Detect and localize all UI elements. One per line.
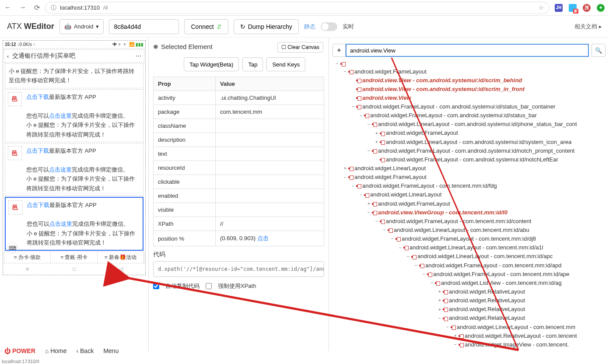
node-label: android.widget.FrameLayout - com.tencent…: [385, 217, 531, 226]
tree-node[interactable]: −android.widget.LinearLayout: [332, 190, 606, 199]
star-icon[interactable]: ☆: [539, 4, 544, 11]
tree-node[interactable]: −android.widget.FrameLayout - com.tencen…: [332, 261, 606, 270]
mode-toggle[interactable]: [321, 22, 337, 31]
tree-node[interactable]: −: [332, 60, 606, 67]
tree-node[interactable]: −android.widget.FrameLayout - com.androi…: [332, 147, 606, 155]
message-item[interactable]: 邑 点击下载最新版本官方 APP 您也可以点击这里完成信用卡绑定微信。 小 e …: [5, 143, 144, 196]
nav-back-icon[interactable]: ◁: [98, 264, 144, 274]
auto-copy-checkbox[interactable]: [153, 283, 159, 289]
tree-node[interactable]: android.view.View - com.android.systemui…: [332, 76, 606, 85]
add-button[interactable]: +: [332, 44, 346, 57]
force-xpath-checkbox[interactable]: [206, 283, 212, 289]
tree-node[interactable]: android.view.View: [332, 94, 606, 102]
tree-node[interactable]: +android.widget.LinearLayout: [332, 164, 606, 173]
platform-select[interactable]: 🤖 Android ▾: [60, 19, 104, 34]
tree-node[interactable]: −android.widget.FrameLayout: [332, 173, 606, 182]
tree-node[interactable]: −android.widget.FrameLayout - com.tencen…: [332, 217, 606, 226]
tree-node[interactable]: −android.widget.ListView - com.tencent.m…: [332, 279, 606, 287]
tree-node[interactable]: +android.widget.LinearLayout - com.andro…: [332, 138, 606, 147]
tree-node[interactable]: −android.widget.FrameLayout - com.androi…: [332, 102, 606, 111]
tree-node[interactable]: +android.widget.RelativeLayout: [332, 296, 606, 305]
ext-new-icon[interactable]: [569, 4, 577, 12]
tree-node[interactable]: +android.widget.FrameLayout: [332, 129, 606, 137]
menu-bill[interactable]: = 查账·用卡: [51, 252, 97, 263]
dump-hierarchy-button[interactable]: ↻ Dump Hierarchy: [234, 19, 299, 34]
node-icon: [372, 202, 376, 206]
tree-node[interactable]: android.view.View: [332, 349, 606, 351]
nav-home-icon[interactable]: □: [51, 264, 98, 274]
tree-node[interactable]: −android.widget.FrameLayout - com.androi…: [332, 111, 606, 120]
power-button[interactable]: ⏻ POWER: [4, 347, 35, 354]
docs-link[interactable]: 相关文档 ▸: [574, 23, 602, 31]
tree-node[interactable]: +android.widget.RelativeLayout - com.ten…: [332, 332, 606, 340]
tree-node[interactable]: −android.widget.LinearLayout - com.tence…: [332, 323, 606, 332]
back-icon[interactable]: ←: [4, 4, 11, 12]
prop-table: PropValue activity.ui.chatting.ChattingU…: [153, 77, 324, 246]
download-link[interactable]: 点击下载: [26, 147, 49, 154]
tree-node[interactable]: −android.widget.FrameLayout: [332, 67, 606, 76]
home-button[interactable]: ⌂ Home: [45, 347, 67, 354]
message-item-selected[interactable]: 邑 点击下载最新版本官方 APP 您也可以点击这里完成信用卡绑定微信。 小 e …: [5, 197, 144, 251]
menu-card[interactable]: = 办卡·借款: [4, 252, 51, 263]
tree-node[interactable]: −android.widget.FrameLayout - com.tencen…: [332, 182, 606, 190]
message-item[interactable]: 邑 点击下载最新版本官方 APP 您也可以点击这里完成信用卡绑定微信。 小 e …: [5, 89, 144, 142]
tree-node[interactable]: −android.widget.FrameLayout - com.tencen…: [332, 270, 606, 279]
tree-node[interactable]: −android.widget.LinearLayout - com.andro…: [332, 120, 606, 129]
tree-node[interactable]: −android.widget.RelativeLayout: [332, 314, 606, 322]
info-icon: ⓘ: [51, 4, 56, 12]
ext-green-icon[interactable]: ✦: [597, 4, 605, 12]
download-link[interactable]: 点击下载: [27, 202, 49, 208]
code-box[interactable]: d.xpath('//*[@resource-id="com.tencent.m…: [153, 261, 324, 277]
prop-value: [216, 161, 324, 175]
tree-node[interactable]: android.widget.FrameLayout - com.android…: [332, 155, 606, 164]
node-label: android.widget.LinearLayout - com.tencen…: [456, 323, 575, 332]
node-icon: [380, 140, 384, 144]
forward-icon[interactable]: →: [19, 4, 26, 12]
node-icon: [403, 245, 408, 250]
click-here-link[interactable]: 点击这里: [49, 220, 72, 227]
hierarchy-tree[interactable]: −−android.widget.FrameLayoutandroid.view…: [332, 60, 606, 351]
position-click-link[interactable]: 点击: [257, 235, 269, 242]
reload-icon[interactable]: ⟳: [34, 4, 40, 12]
node-icon: [396, 237, 400, 241]
click-here-link[interactable]: 点击这里: [49, 166, 72, 173]
device-input[interactable]: [109, 19, 179, 34]
tree-node[interactable]: android.view.View - com.android.systemui…: [332, 85, 606, 94]
tree-node[interactable]: −android.view.ViewGroup - com.tencent.mm…: [332, 208, 606, 217]
more-icon[interactable]: ···: [136, 52, 141, 60]
node-label: android.widget.RelativeLayout: [448, 305, 525, 314]
message-item[interactable]: 小 e 提醒您：为了保障卡片安全，以下操作将跳转至信用卡移动官网完成！: [5, 63, 144, 88]
prop-key: visible: [154, 203, 216, 217]
node-label: android.widget.RelativeLayout: [448, 287, 525, 296]
node-label: android.widget.RelativeLayout: [448, 296, 525, 305]
node-label: android.widget.ImageView - com.tencent.: [464, 340, 569, 349]
search-button[interactable]: 🔍: [592, 44, 606, 57]
url-bar[interactable]: ⓘ localhost:17310/# ☆: [45, 2, 550, 14]
tap-widget-button[interactable]: Tap Widget(Beta): [184, 57, 239, 71]
ext-jh-icon[interactable]: JH: [555, 4, 563, 12]
back-button[interactable]: ‹ Back: [76, 347, 94, 354]
auto-copy-label: 自动复制代码: [165, 282, 200, 290]
prop-key: package: [154, 105, 216, 119]
chevron-left-icon[interactable]: ‹: [7, 53, 9, 60]
tree-node[interactable]: −android.widget.ImageView - com.tencent.: [332, 340, 606, 349]
tree-node[interactable]: +android.widget.RelativeLayout: [332, 287, 606, 296]
menu-activity[interactable]: = 新春🎁活动: [98, 252, 144, 263]
tree-node[interactable]: −android.widget.LinearLayout - com.tence…: [332, 243, 606, 252]
tree-node[interactable]: +android.widget.FrameLayout: [332, 200, 606, 208]
tree-search-input[interactable]: [346, 44, 589, 57]
tree-node[interactable]: −android.widget.FrameLayout - com.tencen…: [332, 234, 606, 243]
prop-key: resourceId: [154, 161, 216, 175]
nav-recent-icon[interactable]: ≡: [4, 264, 51, 274]
tree-node[interactable]: −android.widget.LinearLayout - com.tence…: [332, 252, 606, 261]
tree-node[interactable]: +android.widget.RelativeLayout: [332, 305, 606, 314]
send-keys-button[interactable]: Send Keys: [266, 57, 305, 71]
ext-mao-icon[interactable]: 茂: [583, 4, 591, 12]
download-link[interactable]: 点击下载: [26, 94, 49, 100]
connect-button[interactable]: Connect ⇵: [184, 19, 228, 34]
tap-button[interactable]: Tap: [242, 57, 263, 71]
clear-canvas-button[interactable]: ☐ Clear Canvas: [277, 42, 323, 52]
menu-button[interactable]: Menu: [103, 347, 119, 354]
click-here-link[interactable]: 点击这里: [49, 112, 72, 119]
tree-node[interactable]: −android.widget.LinearLayout - com.tence…: [332, 226, 606, 234]
